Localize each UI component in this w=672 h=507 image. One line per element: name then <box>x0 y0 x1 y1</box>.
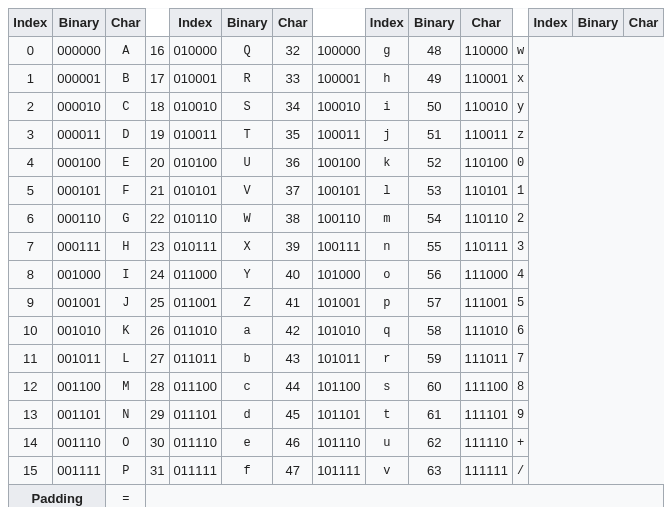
table-row: 6000110G22010110W38100110m541101102 <box>9 205 664 233</box>
cell-binary: 000110 <box>52 205 106 233</box>
cell-char: n <box>365 233 409 261</box>
padding-char: = <box>106 485 146 508</box>
cell-index: 56 <box>409 261 461 289</box>
cell-char: r <box>365 345 409 373</box>
cell-binary: 010010 <box>169 93 221 121</box>
padding-row: Padding = <box>9 485 664 508</box>
cell-char: G <box>106 205 146 233</box>
cell-char: F <box>106 177 146 205</box>
cell-index: 5 <box>9 177 53 205</box>
table-row: 15001111P31011111f47101111v63111111/ <box>9 457 664 485</box>
cell-char: y <box>512 93 528 121</box>
cell-binary: 101100 <box>313 373 365 401</box>
col-index: Index <box>365 9 409 37</box>
table-row: 2000010C18010010S34100010i50110010y <box>9 93 664 121</box>
cell-index: 53 <box>409 177 461 205</box>
cell-char: 4 <box>512 261 528 289</box>
cell-char: g <box>365 37 409 65</box>
cell-char: Q <box>221 37 273 65</box>
cell-binary: 111101 <box>460 401 512 429</box>
cell-char: I <box>106 261 146 289</box>
cell-binary: 110011 <box>460 121 512 149</box>
cell-index: 17 <box>146 65 169 93</box>
cell-index: 20 <box>146 149 169 177</box>
cell-char: o <box>365 261 409 289</box>
cell-char: H <box>106 233 146 261</box>
cell-binary: 001010 <box>52 317 106 345</box>
cell-binary: 011100 <box>169 373 221 401</box>
cell-binary: 110100 <box>460 149 512 177</box>
cell-index: 3 <box>9 121 53 149</box>
cell-binary: 010011 <box>169 121 221 149</box>
cell-binary: 001000 <box>52 261 106 289</box>
cell-char: E <box>106 149 146 177</box>
col-index: Index <box>169 9 221 37</box>
cell-binary: 010100 <box>169 149 221 177</box>
cell-char: 2 <box>512 205 528 233</box>
cell-index: 1 <box>9 65 53 93</box>
col-binary: Binary <box>572 9 624 37</box>
cell-binary: 110111 <box>460 233 512 261</box>
cell-index: 48 <box>409 37 461 65</box>
cell-char: M <box>106 373 146 401</box>
cell-binary: 011001 <box>169 289 221 317</box>
col-char: Char <box>273 9 313 37</box>
cell-char: 5 <box>512 289 528 317</box>
cell-char: 7 <box>512 345 528 373</box>
cell-binary: 000001 <box>52 65 106 93</box>
cell-char: j <box>365 121 409 149</box>
cell-index: 12 <box>9 373 53 401</box>
cell-binary: 101110 <box>313 429 365 457</box>
cell-index: 32 <box>273 37 313 65</box>
cell-binary: 001011 <box>52 345 106 373</box>
padding-rest <box>146 485 664 508</box>
cell-char: w <box>512 37 528 65</box>
cell-index: 51 <box>409 121 461 149</box>
cell-char: 0 <box>512 149 528 177</box>
cell-binary: 101111 <box>313 457 365 485</box>
col-index: Index <box>9 9 53 37</box>
table-row: 14001110O30011110e46101110u62111110+ <box>9 429 664 457</box>
table-row: 4000100E20010100U36100100k521101000 <box>9 149 664 177</box>
cell-binary: 010101 <box>169 177 221 205</box>
cell-index: 7 <box>9 233 53 261</box>
cell-binary: 111001 <box>460 289 512 317</box>
cell-binary: 100101 <box>313 177 365 205</box>
cell-char: m <box>365 205 409 233</box>
padding-label: Padding <box>9 485 106 508</box>
cell-index: 2 <box>9 93 53 121</box>
cell-binary: 000000 <box>52 37 106 65</box>
cell-binary: 100000 <box>313 37 365 65</box>
cell-index: 6 <box>9 205 53 233</box>
cell-index: 59 <box>409 345 461 373</box>
cell-index: 49 <box>409 65 461 93</box>
cell-index: 9 <box>9 289 53 317</box>
cell-index: 19 <box>146 121 169 149</box>
cell-binary: 110101 <box>460 177 512 205</box>
cell-index: 26 <box>146 317 169 345</box>
cell-char: q <box>365 317 409 345</box>
cell-char: L <box>106 345 146 373</box>
table-row: 11001011L27011011b43101011r591110117 <box>9 345 664 373</box>
table-body: 0000000A16010000Q32100000g48110000w10000… <box>9 37 664 485</box>
cell-char: f <box>221 457 273 485</box>
cell-char: P <box>106 457 146 485</box>
cell-index: 4 <box>9 149 53 177</box>
cell-binary: 001110 <box>52 429 106 457</box>
cell-char: s <box>365 373 409 401</box>
cell-index: 43 <box>273 345 313 373</box>
cell-char: 3 <box>512 233 528 261</box>
cell-index: 41 <box>273 289 313 317</box>
cell-binary: 011010 <box>169 317 221 345</box>
cell-binary: 111100 <box>460 373 512 401</box>
cell-char: u <box>365 429 409 457</box>
cell-index: 13 <box>9 401 53 429</box>
cell-binary: 100110 <box>313 205 365 233</box>
table-row: 7000111H23010111X39100111n551101113 <box>9 233 664 261</box>
cell-binary: 110001 <box>460 65 512 93</box>
cell-char: Z <box>221 289 273 317</box>
table-row: 10001010K26011010a42101010q581110106 <box>9 317 664 345</box>
cell-index: 63 <box>409 457 461 485</box>
cell-binary: 010000 <box>169 37 221 65</box>
table-row: 13001101N29011101d45101101t611111019 <box>9 401 664 429</box>
